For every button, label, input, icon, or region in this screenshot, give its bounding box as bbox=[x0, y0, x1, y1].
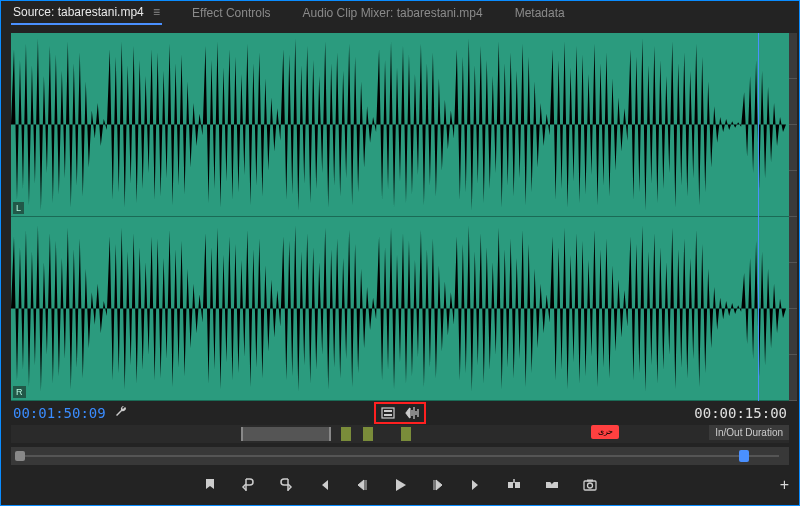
svg-rect-3 bbox=[508, 482, 513, 488]
go-to-in-button[interactable] bbox=[314, 475, 334, 495]
channel-right: R bbox=[11, 217, 789, 401]
svg-point-7 bbox=[588, 483, 593, 488]
zoom-track bbox=[21, 455, 779, 457]
current-timecode[interactable]: 00:01:50:09 bbox=[13, 405, 106, 421]
duration-timecode[interactable]: 00:00:15:00 bbox=[694, 405, 787, 421]
zoom-handle-right[interactable] bbox=[739, 450, 749, 462]
in-out-duration-badge: In/Out Duration bbox=[709, 425, 789, 440]
channel-right-label: R bbox=[13, 386, 26, 398]
marker-rail[interactable]: حرى In/Out Duration bbox=[11, 425, 789, 443]
drag-audio-only-icon[interactable] bbox=[404, 406, 420, 420]
channel-left-label: L bbox=[13, 202, 24, 214]
drag-mode-highlight bbox=[374, 402, 426, 424]
transport-controls: + bbox=[1, 465, 799, 505]
export-frame-button[interactable] bbox=[580, 475, 600, 495]
add-marker-button[interactable] bbox=[200, 475, 220, 495]
red-marker[interactable]: حرى bbox=[591, 425, 619, 439]
svg-rect-4 bbox=[515, 482, 520, 488]
marker-1[interactable] bbox=[341, 427, 351, 441]
tab-effect-controls[interactable]: Effect Controls bbox=[190, 2, 272, 24]
info-row: 00:01:50:09 00:00:15:00 bbox=[1, 401, 799, 425]
step-back-button[interactable] bbox=[352, 475, 372, 495]
mark-in-button[interactable] bbox=[238, 475, 258, 495]
in-out-region[interactable] bbox=[241, 427, 331, 441]
drag-video-only-icon[interactable] bbox=[380, 406, 396, 420]
insert-button[interactable] bbox=[504, 475, 524, 495]
tab-audio-clip-mixer[interactable]: Audio Clip Mixer: tabarestani.mp4 bbox=[301, 2, 485, 24]
source-monitor-panel: Source: tabarestani.mp4 ≡ Effect Control… bbox=[0, 0, 800, 506]
step-forward-button[interactable] bbox=[428, 475, 448, 495]
svg-rect-0 bbox=[382, 408, 394, 418]
tab-source[interactable]: Source: tabarestani.mp4 ≡ bbox=[11, 1, 162, 25]
svg-rect-2 bbox=[384, 414, 392, 416]
svg-rect-8 bbox=[587, 480, 593, 482]
waveform-right bbox=[11, 217, 789, 400]
panel-menu-icon[interactable]: ≡ bbox=[153, 5, 160, 19]
playhead-line[interactable] bbox=[758, 33, 759, 401]
channel-left: L bbox=[11, 33, 789, 217]
red-marker-label: حرى bbox=[598, 427, 613, 436]
marker-3[interactable] bbox=[401, 427, 411, 441]
waveform-left bbox=[11, 33, 789, 216]
marker-2[interactable] bbox=[363, 427, 373, 441]
amplitude-scale bbox=[789, 33, 797, 401]
panel-tabs: Source: tabarestani.mp4 ≡ Effect Control… bbox=[1, 1, 799, 25]
settings-wrench-icon[interactable] bbox=[114, 405, 128, 421]
svg-rect-1 bbox=[384, 410, 392, 412]
overwrite-button[interactable] bbox=[542, 475, 562, 495]
zoom-scrollbar[interactable] bbox=[11, 447, 789, 465]
zoom-handle-left[interactable] bbox=[15, 451, 25, 461]
go-to-out-button[interactable] bbox=[466, 475, 486, 495]
mark-out-button[interactable] bbox=[276, 475, 296, 495]
tab-source-label: Source: tabarestani.mp4 bbox=[13, 5, 144, 19]
audio-waveform-display[interactable]: L R bbox=[11, 33, 789, 401]
tab-metadata[interactable]: Metadata bbox=[513, 2, 567, 24]
button-editor-icon[interactable]: + bbox=[780, 476, 789, 494]
play-button[interactable] bbox=[390, 475, 410, 495]
